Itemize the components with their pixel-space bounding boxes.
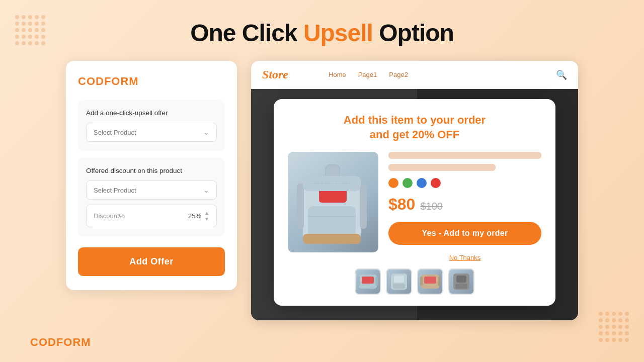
- svg-rect-22: [394, 276, 404, 283]
- discount-product-placeholder: Select Product: [94, 187, 136, 194]
- upsell-modal: Add this item to your orderand get 20% O…: [274, 99, 555, 306]
- chevron-down-icon: ⌄: [203, 128, 209, 136]
- discount-field-value: 25%: [188, 212, 201, 220]
- svg-rect-29: [456, 276, 466, 283]
- svg-rect-20: [375, 277, 378, 286]
- nav-link-page2[interactable]: Page2: [389, 71, 408, 78]
- svg-rect-18: [362, 277, 374, 284]
- svg-rect-26: [420, 277, 423, 286]
- upsell-modal-body: $80 $100 Yes - Add to my order No Thanks: [288, 152, 541, 261]
- svg-rect-23: [393, 284, 405, 289]
- svg-rect-19: [358, 277, 360, 286]
- decoration-dots-br: [599, 312, 629, 342]
- search-icon[interactable]: 🔍: [556, 69, 567, 80]
- discount-stepper[interactable]: ▲ ▼: [204, 210, 209, 222]
- add-offer-button[interactable]: Add Offer: [78, 247, 225, 276]
- upsell-product-placeholder: Select Product: [94, 129, 136, 136]
- page-title: One Click Upsell Option: [0, 0, 644, 61]
- store-logo: Store: [262, 68, 288, 81]
- svg-rect-9: [308, 206, 356, 236]
- svg-rect-12: [297, 184, 304, 229]
- product-name-bar-1: [388, 152, 541, 159]
- swatch-red[interactable]: [431, 178, 441, 188]
- thumbnail-4[interactable]: [448, 268, 474, 295]
- store-preview: Store Home Page1 Page2 🔍: [251, 61, 578, 320]
- discount-section-label: Offered discount on this product: [86, 167, 217, 174]
- discount-field-label: Discount%: [94, 212, 188, 220]
- yes-add-to-order-button[interactable]: Yes - Add to my order: [388, 222, 541, 245]
- decoration-dots-tl: [15, 15, 45, 45]
- store-navbar: Store Home Page1 Page2 🔍: [251, 61, 578, 89]
- nav-link-home[interactable]: Home: [329, 71, 346, 78]
- upsell-product-dropdown[interactable]: Select Product ⌄: [86, 123, 217, 142]
- svg-rect-30: [455, 284, 467, 289]
- admin-panel: CODFORM Add a one-click-upsell offer Sel…: [66, 61, 237, 290]
- product-name-bar-2: [388, 164, 496, 171]
- price-row: $80 $100: [388, 195, 541, 214]
- chevron-down-icon-2: ⌄: [203, 186, 209, 194]
- upsell-offer-section: Add a one-click-upsell offer Select Prod…: [78, 100, 225, 151]
- price-original: $100: [420, 201, 443, 212]
- upsell-product-details: $80 $100 Yes - Add to my order No Thanks: [388, 152, 541, 261]
- upsell-section-label: Add a one-click-upsell offer: [86, 109, 217, 117]
- thumbnail-2[interactable]: [386, 268, 412, 295]
- svg-rect-13: [360, 184, 367, 229]
- nav-link-page1[interactable]: Page1: [358, 71, 377, 78]
- upsell-product-image: [288, 152, 378, 252]
- discount-input-row: Discount% 25% ▲ ▼: [86, 205, 217, 227]
- svg-rect-25: [424, 277, 436, 284]
- admin-logo: CODFORM: [78, 75, 225, 88]
- store-main-area: HIKING The Outdoor Backpack Add this ite…: [251, 89, 578, 320]
- bottom-codform-logo: CODFORM: [30, 336, 91, 349]
- discount-section: Offered discount on this product Select …: [78, 158, 225, 236]
- no-thanks-link[interactable]: No Thanks: [388, 254, 541, 261]
- swatch-blue[interactable]: [417, 178, 427, 188]
- thumbnail-1[interactable]: [355, 268, 381, 295]
- store-nav-links: Home Page1 Page2: [329, 71, 556, 78]
- color-swatches: [388, 178, 541, 188]
- backpack-illustration: [293, 156, 373, 249]
- price-current: $80: [388, 195, 415, 214]
- svg-rect-14: [303, 234, 361, 244]
- thumbnail-3[interactable]: [417, 268, 443, 295]
- swatch-orange[interactable]: [388, 178, 398, 188]
- discount-product-dropdown[interactable]: Select Product ⌄: [86, 180, 217, 200]
- swatch-green[interactable]: [403, 178, 413, 188]
- upsell-modal-title: Add this item to your orderand get 20% O…: [288, 113, 541, 142]
- product-thumbnails: [288, 268, 541, 295]
- svg-rect-27: [438, 277, 440, 286]
